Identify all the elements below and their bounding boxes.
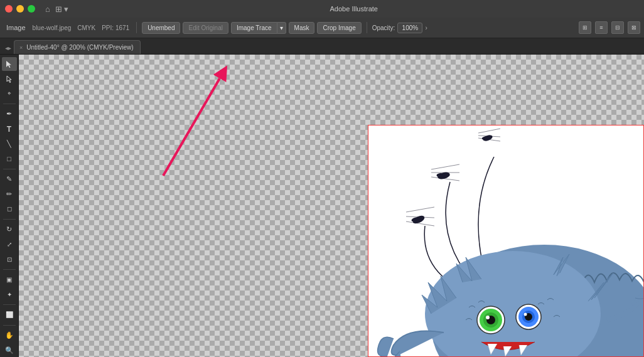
expand-icon[interactable]: ›: [425, 24, 427, 31]
tab-bar: ◂▸ × Untitled-40° @ 200% (CMYK/Preview): [0, 38, 644, 55]
gradient-tool[interactable]: ▣: [2, 273, 17, 287]
opacity-value[interactable]: 100%: [397, 23, 422, 33]
color-mode: CMYK: [75, 24, 97, 31]
select-tool[interactable]: [2, 57, 17, 71]
image-trace-group: Image Trace ▾: [231, 22, 286, 34]
panel-collapse-button[interactable]: ◂▸: [3, 45, 14, 51]
tab-close-button[interactable]: ×: [19, 45, 23, 51]
image-label: Image: [4, 24, 28, 31]
pen-tool[interactable]: ✒: [2, 107, 17, 121]
rotate-tool[interactable]: ↻: [2, 223, 17, 237]
free-transform-tool[interactable]: ⊡: [2, 252, 17, 266]
tool-separator-5: [3, 304, 16, 305]
artboard-tool[interactable]: ⬜: [2, 308, 17, 322]
transform-icon[interactable]: ⊠: [628, 21, 640, 34]
tool-separator-4: [3, 269, 16, 270]
line-tool[interactable]: ╲: [2, 137, 17, 151]
tool-separator-2: [3, 169, 16, 169]
eyedropper-tool[interactable]: ✦: [2, 287, 17, 301]
edit-original-button[interactable]: Edit Original: [183, 22, 228, 34]
file-name: blue-wolf.jpeg: [31, 24, 73, 31]
svg-point-22: [486, 316, 490, 319]
document-tab[interactable]: × Untitled-40° @ 200% (CMYK/Preview): [14, 40, 141, 54]
svg-point-27: [524, 313, 527, 316]
ppi-info: PPI: 1671: [100, 24, 131, 31]
tool-separator-3: [3, 219, 16, 220]
pathfinder-icon[interactable]: ⊟: [611, 21, 624, 34]
opacity-label: Opacity:: [372, 24, 395, 31]
eraser-tool[interactable]: ◻: [2, 202, 17, 216]
rect-tool[interactable]: □: [2, 152, 17, 166]
context-toolbar: Image blue-wolf.jpeg CMYK PPI: 1671 Unem…: [0, 18, 644, 38]
scale-tool[interactable]: ⤢: [2, 237, 17, 251]
left-toolbar: ⌖ ✒ T ╲ □ ✎ ✏ ◻ ↻ ⤢ ⊡ ▣ ✦ ⬜ ✋ 🔍: [0, 55, 19, 357]
pencil-tool[interactable]: ✏: [2, 187, 17, 201]
crop-image-button[interactable]: Crop Image: [317, 22, 361, 34]
main-area: ⌖ ✒ T ╲ □ ✎ ✏ ◻ ↻ ⤢ ⊡ ▣ ✦ ⬜ ✋ 🔍: [0, 55, 644, 357]
minimize-button[interactable]: [16, 5, 24, 13]
lasso-tool[interactable]: ⌖: [2, 87, 17, 100]
home-icon[interactable]: ⌂: [45, 4, 50, 14]
image-trace-dropdown[interactable]: ▾: [277, 22, 286, 34]
separator-2: [367, 22, 367, 33]
paintbrush-tool[interactable]: ✎: [2, 173, 17, 186]
type-tool[interactable]: T: [2, 122, 17, 136]
monster-illustration: [368, 125, 644, 357]
align-icon[interactable]: ≡: [595, 21, 608, 34]
hand-tool[interactable]: ✋: [2, 329, 17, 343]
maximize-button[interactable]: [28, 5, 35, 13]
window-controls: [5, 5, 35, 13]
title-bar: ⌂ ⊞ ▾ Adobe Illustrate: [0, 0, 644, 18]
zoom-tool[interactable]: 🔍: [2, 343, 17, 357]
toolbar-right-icons: ⊞ ≡ ⊟ ⊠: [579, 21, 640, 34]
arrange-icon[interactable]: ⊞: [579, 21, 591, 34]
canvas-area[interactable]: [19, 55, 644, 357]
unembed-button[interactable]: Unembed: [142, 22, 180, 34]
mask-button[interactable]: Mask: [289, 22, 315, 34]
app-title: Adobe Illustrate: [68, 5, 639, 13]
tool-separator-1: [3, 104, 16, 104]
tab-title: Untitled-40° @ 200% (CMYK/Preview): [26, 44, 133, 51]
artboard: [368, 125, 644, 357]
image-trace-button[interactable]: Image Trace: [231, 22, 277, 34]
close-button[interactable]: [5, 5, 13, 13]
direct-select-tool[interactable]: [2, 72, 17, 86]
grid-icon[interactable]: ⊞ ▾: [55, 4, 69, 14]
separator-1: [136, 22, 137, 33]
tool-separator-6: [3, 325, 16, 326]
